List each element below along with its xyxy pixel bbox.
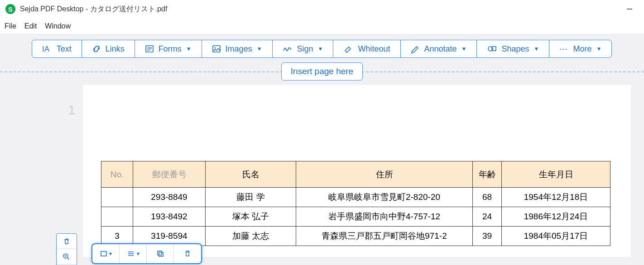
trash-button[interactable] (174, 244, 201, 263)
more-tool-button[interactable]: ⋯ More ▼ (549, 40, 612, 58)
sign-icon (283, 44, 293, 53)
link-icon (92, 44, 101, 53)
table-row: 293-8849 藤田 学 岐阜県岐阜市雪見町2-820-20 68 1954年… (101, 188, 610, 207)
menu-edit[interactable]: Edit (24, 22, 37, 30)
workspace: 1 No. 郵便番号 氏名 住所 年齢 生年月日 293-8849 藤田 学 岐… (0, 85, 644, 257)
text-tool-button[interactable]: IA Text (32, 40, 82, 58)
delete-button[interactable] (57, 234, 77, 249)
insert-page-button[interactable]: Insert page here (281, 62, 363, 80)
data-table: No. 郵便番号 氏名 住所 年齢 生年月日 293-8849 藤田 学 岐阜県… (101, 161, 610, 246)
menubar: File Edit Window (0, 18, 644, 34)
caret-down-icon: ▼ (257, 46, 262, 52)
forms-tool-label: Forms (159, 44, 182, 54)
whiteout-icon (343, 44, 353, 53)
text-icon: IA (42, 44, 52, 53)
page-number: 1 (68, 102, 76, 118)
col-zip-header: 郵便番号 (133, 161, 206, 188)
svg-text:IA: IA (42, 45, 50, 53)
zoom-in-button[interactable] (57, 249, 77, 265)
svg-line-11 (67, 258, 69, 260)
table-row: 193-8492 塚本 弘子 岩手県盛岡市向中野4-757-12 24 1986… (101, 207, 610, 227)
col-no-header: No. (101, 161, 133, 188)
sign-tool-label: Sign (297, 44, 313, 54)
svg-rect-17 (101, 251, 106, 256)
caret-down-icon: ▼ (186, 46, 192, 52)
col-dob-header: 生年月日 (502, 161, 610, 188)
cell-name: 加藤 太志 (206, 227, 296, 246)
col-name-header: 氏名 (206, 161, 296, 188)
side-tool-panel (56, 233, 77, 265)
window-title: Sejda PDF Desktop - カタログ送付リスト.pdf (20, 5, 167, 14)
cell-name: 藤田 学 (206, 188, 296, 207)
caret-down-icon: ▼ (318, 46, 323, 52)
cell-zip: 293-8849 (133, 188, 206, 207)
images-tool-button[interactable]: Images ▼ (202, 40, 273, 58)
svg-point-7 (214, 47, 216, 49)
whiteout-tool-button[interactable]: Whiteout (333, 40, 400, 58)
copy-button[interactable] (147, 244, 174, 263)
shapes-icon (487, 44, 497, 53)
links-tool-button[interactable]: Links (82, 40, 135, 58)
rect-tool-button[interactable]: ▾ (92, 244, 120, 263)
ellipsis-icon: ⋯ (559, 44, 568, 54)
annotate-icon (411, 44, 420, 53)
app-logo-icon: S (5, 4, 15, 14)
cell-name: 塚本 弘子 (206, 207, 296, 227)
image-icon (212, 44, 221, 53)
more-tool-label: More (573, 44, 591, 54)
menu-file[interactable]: File (5, 22, 16, 30)
forms-tool-button[interactable]: Forms ▼ (135, 40, 202, 58)
minimize-button[interactable] (620, 2, 639, 16)
text-tool-label: Text (57, 44, 72, 54)
list-tool-button[interactable]: ▾ (120, 244, 147, 263)
main-toolbar: IA Text Links Forms ▼ Images ▼ Sign ▼ Wh… (0, 40, 644, 58)
cell-age: 39 (473, 227, 502, 246)
titlebar: S Sejda PDF Desktop - カタログ送付リスト.pdf (0, 0, 644, 18)
caret-down-icon: ▾ (109, 251, 112, 257)
caret-down-icon: ▼ (461, 46, 467, 52)
svg-rect-22 (159, 252, 163, 256)
pdf-page[interactable]: No. 郵便番号 氏名 住所 年齢 生年月日 293-8849 藤田 学 岐阜県… (83, 85, 631, 257)
annotate-tool-label: Annotate (424, 44, 457, 54)
selection-toolbar: ▾ ▾ (91, 243, 202, 264)
cell-age: 68 (473, 188, 502, 207)
cell-no (101, 188, 133, 207)
menu-window[interactable]: Window (45, 22, 71, 30)
cell-addr: 岩手県盛岡市向中野4-757-12 (296, 207, 473, 227)
col-addr-header: 住所 (296, 161, 473, 188)
shapes-tool-label: Shapes (501, 44, 529, 54)
svg-rect-21 (158, 251, 162, 255)
shapes-tool-button[interactable]: Shapes ▼ (476, 40, 549, 58)
whiteout-tool-label: Whiteout (358, 44, 390, 54)
forms-icon (145, 44, 154, 53)
sign-tool-button[interactable]: Sign ▼ (272, 40, 334, 58)
caret-down-icon: ▼ (596, 46, 601, 52)
annotate-tool-button[interactable]: Annotate ▼ (400, 40, 477, 58)
insert-separator: Insert page here (0, 58, 644, 85)
cell-zip: 193-8492 (133, 207, 206, 227)
cell-age: 24 (473, 207, 502, 227)
cell-dob: 1984年05月17日 (502, 227, 610, 246)
cell-addr: 岐阜県岐阜市雪見町2-820-20 (296, 188, 473, 207)
links-tool-label: Links (106, 44, 125, 54)
caret-down-icon: ▼ (534, 46, 539, 52)
cell-addr: 青森県三戸郡五戸町岡谷地971-2 (296, 227, 473, 246)
cell-no (101, 207, 133, 227)
images-tool-label: Images (226, 44, 252, 54)
col-age-header: 年齢 (473, 161, 502, 188)
caret-down-icon: ▾ (137, 251, 139, 257)
cell-dob: 1954年12月18日 (502, 188, 610, 207)
cell-dob: 1986年12月24日 (502, 207, 610, 227)
